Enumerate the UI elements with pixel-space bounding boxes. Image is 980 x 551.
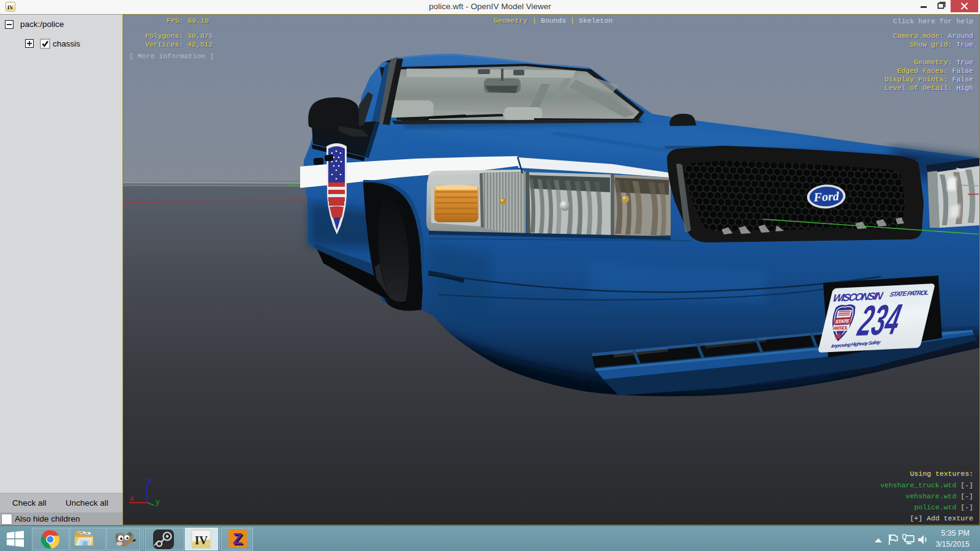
svg-text:Display Points: False: Display Points: False <box>884 75 973 83</box>
svg-text:Geometry: Geometry <box>494 17 527 24</box>
svg-text:Using textures:: Using textures: <box>910 470 973 478</box>
svg-text:Z: Z <box>233 530 243 548</box>
svg-text:IV: IV <box>7 4 14 10</box>
svg-text:[+] Add texture: [+] Add texture <box>910 514 973 522</box>
svg-text:STATE: STATE <box>835 318 851 324</box>
svg-text:PATROL: PATROL <box>832 325 849 331</box>
svg-text:Geometry: True: Geometry: True <box>914 58 973 66</box>
svg-text:FPS: 60.10: FPS: 60.10 <box>167 17 209 24</box>
svg-text:Skeleton: Skeleton <box>579 17 612 24</box>
svg-text:|: | <box>566 17 579 24</box>
svg-text:Click here for help: Click here for help <box>893 17 973 25</box>
svg-text:Vertices: 42,512: Vertices: 42,512 <box>145 40 213 48</box>
svg-text:x: x <box>130 493 134 503</box>
svg-text:Bounds: Bounds <box>541 17 566 24</box>
svg-text:Level of Detail: High: Level of Detail: High <box>884 84 973 92</box>
svg-text:y: y <box>156 497 160 506</box>
svg-text:Polygons: 30,875: Polygons: 30,875 <box>145 32 213 40</box>
svg-text:Edged Faces: False: Edged Faces: False <box>897 67 973 75</box>
svg-text:IV: IV <box>195 534 208 547</box>
svg-text:vehshare.wtd [-]: vehshare.wtd [-] <box>906 492 973 500</box>
svg-text:Camera mode: Around: Camera mode: Around <box>893 32 973 40</box>
svg-text:Ford: Ford <box>813 189 840 204</box>
svg-text:vehshare_truck.wtd [-]: vehshare_truck.wtd [-] <box>880 481 973 489</box>
svg-text:Show grid: True: Show grid: True <box>910 40 973 48</box>
svg-text:police.wtd [-]: police.wtd [-] <box>914 503 973 511</box>
svg-text:z: z <box>148 476 152 485</box>
svg-text:[ More information ]: [ More information ] <box>129 52 214 60</box>
svg-text:|: | <box>528 17 541 24</box>
